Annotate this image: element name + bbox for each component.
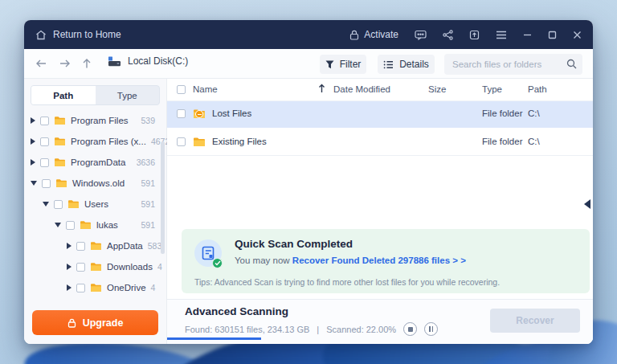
expand-arrow-icon[interactable]: [43, 202, 49, 207]
column-header-size[interactable]: Size: [428, 84, 446, 94]
tree-item[interactable]: AppData 583: [24, 235, 166, 256]
close-button[interactable]: [573, 31, 582, 39]
expand-arrow-icon[interactable]: [67, 243, 72, 249]
found-text: Found: 630151 files, 234.13 GB: [185, 325, 309, 334]
tree-item-label: Windows.old: [72, 178, 125, 188]
details-list-icon: [383, 60, 394, 69]
expand-arrow-icon[interactable]: [31, 181, 37, 186]
tree-checkbox[interactable]: [40, 137, 49, 146]
stop-scan-button[interactable]: [403, 322, 417, 336]
row-type: File folder: [482, 137, 523, 146]
recover-button[interactable]: Recover: [490, 309, 580, 333]
tree-item[interactable]: Windows.old 591: [24, 173, 166, 194]
tree-item[interactable]: Program Files (x... 4672: [24, 131, 166, 152]
feedback-chat-icon[interactable]: [415, 30, 427, 40]
tree-item-label: Program Files: [71, 116, 129, 125]
up-button[interactable]: [80, 56, 94, 71]
forward-button[interactable]: [57, 56, 72, 71]
lock-icon: [349, 30, 359, 40]
back-button[interactable]: [34, 56, 48, 71]
tree-checkbox[interactable]: [40, 158, 49, 167]
row-name: Existing Files: [212, 137, 267, 146]
banner-title: Quick Scan Completed: [235, 238, 353, 250]
collapse-panel-handle[interactable]: [584, 199, 590, 209]
filter-funnel-icon: [325, 60, 334, 69]
desktop-wallpaper: Return to Home Activate: [0, 0, 617, 364]
pause-scan-button[interactable]: [424, 322, 438, 336]
tree-checkbox[interactable]: [66, 221, 75, 230]
expand-arrow-icon[interactable]: [67, 264, 72, 270]
filter-label: Filter: [340, 59, 362, 70]
share-icon[interactable]: [443, 30, 453, 40]
tree-item[interactable]: Program Files 539: [24, 110, 166, 131]
tree-checkbox[interactable]: [76, 263, 85, 272]
tab-path[interactable]: Path: [31, 86, 96, 104]
upgrade-label: Upgrade: [83, 317, 124, 329]
table-header: Name Date Modified Size Type Path: [167, 79, 593, 101]
expand-arrow-icon[interactable]: [31, 117, 35, 124]
minimize-button[interactable]: [523, 31, 532, 39]
current-location[interactable]: Local Disk(C:): [108, 55, 188, 67]
upgrade-button[interactable]: Upgrade: [32, 310, 158, 335]
activate-button[interactable]: Activate: [349, 29, 398, 40]
row-checkbox[interactable]: [177, 109, 186, 118]
location-label: Local Disk(C:): [128, 55, 188, 67]
tree-checkbox[interactable]: [54, 200, 63, 209]
return-home-button[interactable]: Return to Home: [35, 29, 121, 40]
expand-arrow-icon[interactable]: [55, 223, 61, 227]
row-checkbox[interactable]: [177, 137, 186, 146]
tree-item[interactable]: OneDrive 4: [24, 277, 166, 298]
tree-item-count: 539: [141, 116, 166, 125]
tree-item-count: 4: [151, 283, 167, 292]
details-label: Details: [399, 59, 429, 70]
scan-status-bar: Advanced Scanning Found: 630151 files, 2…: [167, 299, 593, 344]
search-input[interactable]: [444, 54, 582, 75]
table-row[interactable]: Lost Files File folder C:\: [167, 101, 593, 128]
column-header-path[interactable]: Path: [528, 84, 547, 94]
sort-ascending-icon[interactable]: [318, 84, 325, 93]
filter-button[interactable]: Filter: [320, 55, 366, 74]
stop-icon: [408, 327, 413, 332]
tree-item-label: AppData: [107, 241, 143, 251]
maximize-button[interactable]: [548, 31, 557, 39]
folder-icon: [54, 137, 66, 146]
sidebar: Path Type Program Files 539 Program File…: [24, 79, 167, 344]
tree-checkbox[interactable]: [76, 284, 85, 292]
recover-found-link[interactable]: Recover Found Deleted 297886 files > >: [292, 256, 466, 265]
table-row[interactable]: Existing Files File folder C:\: [167, 129, 593, 156]
tree-item[interactable]: Downloads 4: [24, 256, 166, 277]
tree-item[interactable]: lukas 591: [24, 215, 166, 235]
drive-icon: [108, 56, 121, 67]
tree-checkbox[interactable]: [42, 179, 51, 188]
tree-item[interactable]: Users 591: [24, 194, 166, 215]
tab-type[interactable]: Type: [96, 86, 160, 104]
column-header-name[interactable]: Name: [193, 84, 218, 94]
file-table-body: Lost Files File folder C:\ Existing File…: [167, 101, 593, 156]
tree-item[interactable]: ProgramData 3636: [24, 152, 166, 173]
expand-arrow-icon[interactable]: [31, 138, 35, 145]
row-name: Lost Files: [212, 108, 251, 118]
tree-checkbox[interactable]: [40, 117, 49, 125]
tree-item-label: Users: [84, 199, 108, 209]
details-button[interactable]: Details: [378, 55, 435, 74]
folder-icon: [193, 108, 206, 120]
banner-subtitle-prefix: You may now: [235, 256, 292, 265]
folder-icon: [90, 283, 102, 292]
pause-icon: [429, 326, 434, 332]
expand-arrow-icon[interactable]: [67, 284, 72, 291]
scan-complete-banner: Quick Scan Completed You may now Recover…: [182, 229, 590, 293]
view-tabs: Path Type: [31, 85, 160, 105]
column-header-type[interactable]: Type: [482, 84, 502, 94]
expand-arrow-icon[interactable]: [31, 159, 35, 166]
row-path: C:\: [528, 108, 540, 118]
column-header-date[interactable]: Date Modified: [333, 84, 390, 94]
tree-checkbox[interactable]: [76, 242, 85, 251]
sidebar-scrollbar-thumb[interactable]: [161, 141, 165, 254]
tree-item-label: lukas: [96, 220, 118, 230]
check-badge-icon: [212, 258, 223, 268]
folder-icon: [67, 199, 80, 209]
search-icon[interactable]: [566, 59, 577, 69]
upgrade-box-icon[interactable]: [469, 30, 480, 40]
select-all-checkbox[interactable]: [177, 85, 186, 94]
menu-icon[interactable]: [496, 31, 507, 39]
